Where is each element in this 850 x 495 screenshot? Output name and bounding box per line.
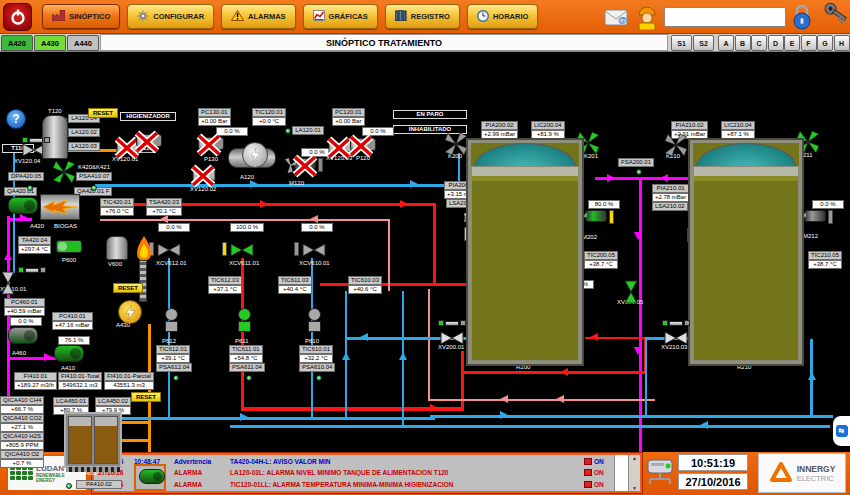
- tag-0-0-: 0.0 %: [158, 223, 190, 232]
- pump-p600[interactable]: [56, 240, 82, 253]
- reset-button[interactable]: RESET: [113, 283, 143, 293]
- tag-value: +70.1 °C: [146, 207, 182, 216]
- tag-value: +81.9 %: [531, 130, 565, 139]
- tag-label: PSA611.04: [229, 363, 265, 372]
- alarm-row[interactable]: 27/10/1608:53:33ALARMATIC120-01LL: ALARM…: [94, 479, 614, 490]
- menu-button-alarmas[interactable]: ALARMAS: [221, 4, 296, 29]
- valve-xcv610-01[interactable]: [302, 243, 326, 261]
- footer-bar: LUDAN RENEWABLE ENERGY 27/10/1610:48:47A…: [0, 452, 850, 495]
- flow-arrow: [399, 352, 407, 360]
- alarm-type: Advertencia: [174, 458, 230, 465]
- motor-m120[interactable]: [294, 158, 316, 170]
- tag-label: LIC200.04: [531, 121, 565, 130]
- tab-a420[interactable]: A420: [1, 35, 33, 51]
- pump-p612[interactable]: [163, 308, 181, 334]
- flow-arrow: [240, 413, 248, 421]
- alarm-message: TA420-04H-L: AVISO VALOR MIN: [230, 458, 584, 465]
- blower-a460[interactable]: [8, 327, 38, 344]
- valve-xv200-05[interactable]: [624, 280, 638, 308]
- tab-a440[interactable]: A440: [67, 35, 99, 51]
- alarm-ack-icon[interactable]: [584, 458, 592, 465]
- flow-arrow: [160, 215, 168, 223]
- valve-xv210-03[interactable]: [664, 331, 688, 349]
- svg-text:@: @: [618, 15, 627, 25]
- reset-button[interactable]: RESET: [88, 108, 118, 118]
- pump-p130[interactable]: [198, 137, 224, 150]
- alarm-list[interactable]: 27/10/1610:48:47AdvertenciaTA420-04H-L: …: [92, 453, 642, 493]
- valve-xv120-02[interactable]: [192, 168, 216, 186]
- flow-arrow: [342, 352, 350, 360]
- section-button-d[interactable]: D: [768, 35, 784, 51]
- alarm-ack-icon[interactable]: [584, 469, 592, 476]
- tag-80-0-: 80.0 %: [588, 200, 620, 209]
- section-button-g[interactable]: G: [817, 35, 833, 51]
- motor-m212[interactable]: [804, 210, 826, 222]
- status-led: [91, 185, 97, 191]
- pump-a110[interactable]: [136, 134, 162, 147]
- login-input[interactable]: [664, 7, 786, 27]
- scroll-up-icon[interactable]: ▲: [632, 455, 637, 461]
- section-button-b[interactable]: B: [735, 35, 751, 51]
- fan-k200[interactable]: [444, 132, 468, 160]
- menu-button-gr-ficas[interactable]: GRÁFICAS: [303, 4, 378, 29]
- tag-label: LIC210.04: [721, 121, 755, 130]
- pump-p610[interactable]: [306, 308, 324, 334]
- menu-button-horario[interactable]: HORARIO: [467, 4, 538, 29]
- motor-m202[interactable]: [585, 210, 607, 222]
- mixer-a120[interactable]: [228, 148, 282, 170]
- blower-a400[interactable]: [134, 464, 166, 491]
- section-button-s1[interactable]: S1: [671, 35, 692, 51]
- tag-label: QICA410 O2: [0, 450, 44, 459]
- tag-label: QICA410 H2S: [0, 432, 44, 441]
- lock-icon[interactable]: [791, 3, 813, 31]
- worker-icon[interactable]: [635, 4, 659, 30]
- scroll-down-icon[interactable]: ▼: [632, 485, 637, 491]
- menu-button-sin-ptico[interactable]: SINÓPTICO: [42, 4, 120, 29]
- network-station-icon[interactable]: [645, 458, 675, 488]
- tag-value: +87.1 %: [721, 130, 755, 139]
- valve-xv410-01[interactable]: [1, 271, 15, 299]
- section-button-f[interactable]: F: [801, 35, 817, 51]
- tag-tsa420-03: TSA420.03+70.1 °C: [146, 198, 182, 216]
- fan-k420-k421[interactable]: [52, 160, 76, 188]
- tag-value: +0.00 Bar: [332, 117, 365, 126]
- section-button-h[interactable]: H: [834, 35, 850, 51]
- key-icon[interactable]: [813, 0, 850, 36]
- pump-p120[interactable]: [350, 138, 376, 151]
- valve-xcv612-01[interactable]: [157, 243, 181, 261]
- valve-xcv611-01[interactable]: [230, 243, 254, 261]
- factory-icon: [52, 10, 65, 23]
- flow-arrow: [590, 333, 598, 341]
- fault-cross-icon: [195, 133, 223, 157]
- tag-label: PA410.02: [76, 480, 122, 489]
- menu-button-registro[interactable]: REGISTRO: [385, 4, 460, 29]
- tag-fsa200-01: FSA200.01: [618, 158, 654, 167]
- section-button-s2[interactable]: S2: [693, 35, 714, 51]
- tag-value: 0.0 %: [301, 223, 333, 232]
- alarm-row[interactable]: 27/10/1608:53:33ALARMALA120-03L: ALARMA …: [94, 467, 614, 478]
- pump-p611[interactable]: [236, 308, 254, 334]
- tab-a430[interactable]: A430: [34, 35, 66, 51]
- blower-a410[interactable]: [54, 345, 84, 362]
- email-icon[interactable]: @: [604, 7, 630, 27]
- power-button[interactable]: [3, 3, 32, 31]
- section-button-e[interactable]: E: [784, 35, 800, 51]
- section-button-a[interactable]: A: [718, 35, 734, 51]
- tag-value: +2.78 mBar: [652, 193, 689, 202]
- device-label-a460: A460: [12, 350, 26, 357]
- hmi-window: SINÓPTICOCONFIGURARALARMASGRÁFICASREGIST…: [0, 0, 850, 495]
- alarm-scrollbar[interactable]: ▲ ▼: [628, 455, 640, 491]
- valve-xv200-01[interactable]: [440, 331, 464, 349]
- tag-higienizador: HIGIENIZADOR: [120, 112, 176, 121]
- tag-76-1-: 76.1 %: [58, 336, 90, 345]
- blower-a420[interactable]: [8, 197, 38, 214]
- alarm-row[interactable]: 27/10/1610:48:47AdvertenciaTA420-04H-L: …: [94, 456, 614, 467]
- reset-button[interactable]: RESET: [131, 392, 161, 402]
- fan-k210[interactable]: [664, 133, 688, 161]
- tag-value: +40.59 mBar: [4, 307, 45, 316]
- valve-actuator: [222, 242, 227, 256]
- alarm-ack-icon[interactable]: [584, 481, 592, 488]
- menu-button-configurar[interactable]: CONFIGURAR: [127, 4, 214, 29]
- section-button-c[interactable]: C: [751, 35, 767, 51]
- tag-dpa420-05: DPA420.05: [8, 172, 44, 181]
